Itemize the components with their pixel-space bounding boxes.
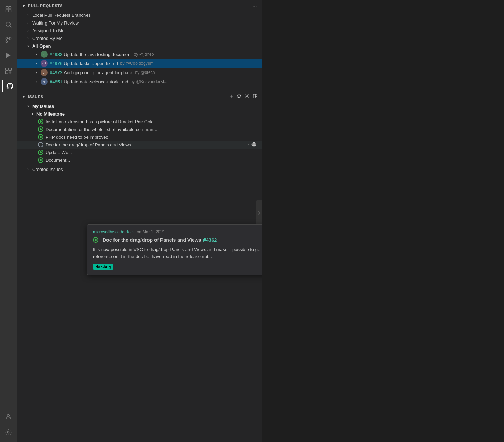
issues-layout-button[interactable] bbox=[253, 94, 258, 100]
issue-4362-title: Doc for the drag/drop of Panels and View… bbox=[46, 142, 131, 147]
sidebar-item-all-open[interactable]: All Open bbox=[17, 42, 262, 50]
created-by-me-label: Created By Me bbox=[32, 36, 63, 41]
svg-marker-9 bbox=[6, 53, 11, 58]
pr-4973-title: Add gpg config for agent loopback bbox=[64, 70, 133, 75]
svg-rect-10 bbox=[6, 68, 8, 71]
issue-4422[interactable]: Update Wo... bbox=[17, 149, 262, 156]
created-issues-label: Created Issues bbox=[32, 167, 63, 172]
assigned-to-me-chevron bbox=[25, 28, 31, 33]
tooltip-repo-date: on Mar 1, 2021 bbox=[137, 229, 165, 234]
issue-2409-title: Document... bbox=[46, 158, 70, 163]
pr-4976-avatar: cd bbox=[41, 60, 48, 67]
issue-4800[interactable]: PHP docs need to be improved bbox=[17, 133, 262, 141]
waiting-review-chevron bbox=[25, 20, 31, 26]
issue-4800-title: PHP docs need to be improved bbox=[46, 134, 109, 140]
pr-4983-chevron bbox=[34, 51, 39, 57]
search-icon[interactable] bbox=[2, 18, 15, 31]
issue-4422-title: Update Wo... bbox=[46, 150, 72, 155]
issue-4362-globe-button[interactable] bbox=[251, 142, 256, 148]
pr-4983-title: Update the java testing document bbox=[64, 52, 132, 57]
pr-item-4973[interactable]: dl #4973 Add gpg config for agent loopba… bbox=[17, 68, 262, 77]
issue-4362[interactable]: Doc for the drag/drop of Panels and View… bbox=[17, 141, 262, 149]
pr-4851-avatar-img: kr bbox=[41, 78, 48, 85]
pull-requests-header: PULL REQUESTS ... bbox=[17, 0, 262, 11]
all-open-chevron bbox=[25, 43, 31, 49]
resize-handle[interactable]: › bbox=[256, 200, 262, 224]
svg-point-8 bbox=[6, 41, 8, 43]
svg-rect-3 bbox=[9, 9, 11, 12]
pr-item-4851[interactable]: kr #4851 Update data-science-tutorial.md… bbox=[17, 77, 262, 86]
svg-rect-2 bbox=[6, 9, 8, 12]
svg-rect-12 bbox=[6, 71, 8, 74]
tooltip-issue-number[interactable]: #4362 bbox=[203, 237, 217, 243]
issues-settings-button[interactable] bbox=[244, 94, 250, 100]
issues-add-button[interactable]: + bbox=[230, 93, 234, 100]
pr-item-4983[interactable]: jd #4983 Update the java testing documen… bbox=[17, 50, 262, 59]
github-icon[interactable] bbox=[2, 80, 15, 92]
svg-rect-17 bbox=[255, 94, 257, 96]
extensions-icon[interactable] bbox=[2, 64, 15, 77]
sidebar-item-assigned-to-me[interactable]: Assigned To Me bbox=[17, 27, 262, 34]
no-milestone-chevron bbox=[29, 111, 35, 117]
issues-actions: + bbox=[230, 93, 258, 100]
tooltip-tag: doc-bug bbox=[93, 264, 262, 270]
issue-4422-open-icon bbox=[38, 150, 43, 155]
activity-bar-bottom bbox=[0, 410, 17, 442]
pr-item-4976[interactable]: cd #4976 Update tasks-appendix.md by @Co… bbox=[17, 59, 262, 68]
issues-title: ISSUES bbox=[28, 95, 43, 99]
created-issues-item[interactable]: Created Issues bbox=[17, 165, 262, 173]
issue-683[interactable]: Documentation for the whole list of avai… bbox=[17, 125, 262, 133]
settings-icon[interactable] bbox=[2, 426, 15, 438]
assigned-to-me-label: Assigned To Me bbox=[32, 28, 64, 33]
sidebar: PULL REQUESTS ... Local Pull Request Bra… bbox=[17, 0, 262, 442]
my-issues-item[interactable]: My Issues bbox=[17, 102, 262, 110]
issue-2409[interactable]: Document... bbox=[17, 156, 262, 164]
pr-4983-author: by @jdneo bbox=[134, 52, 154, 57]
pr-4851-author: by @KrisvanderM... bbox=[130, 79, 167, 84]
pr-4973-number: #4973 bbox=[50, 70, 62, 75]
pr-tree: Local Pull Request Branches Waiting For … bbox=[17, 11, 262, 88]
more-actions-button[interactable]: ... bbox=[252, 2, 258, 9]
pr-4983-avatar: jd bbox=[41, 51, 48, 58]
pr-4851-title: Update data-science-tutorial.md bbox=[64, 79, 128, 84]
waiting-review-label: Waiting For My Review bbox=[32, 20, 79, 26]
pull-requests-title: PULL REQUESTS bbox=[28, 4, 63, 8]
sidebar-item-local-pr-branches[interactable]: Local Pull Request Branches bbox=[17, 11, 262, 19]
local-pr-branches-chevron bbox=[25, 12, 31, 18]
issue-4362-open-button[interactable]: → bbox=[246, 142, 250, 147]
svg-rect-11 bbox=[9, 68, 12, 71]
issues-chevron[interactable] bbox=[21, 94, 27, 99]
issue-683-title: Documentation for the whole list of avai… bbox=[46, 127, 157, 132]
created-issues-chevron bbox=[25, 166, 31, 172]
issue-4821-title: Install an extension has a picture of Br… bbox=[46, 119, 157, 124]
pr-4976-author: by @Cooldogyum bbox=[120, 61, 154, 66]
activity-bar bbox=[0, 0, 17, 442]
tooltip-repo-link[interactable]: microsoft/vscode-docs bbox=[93, 229, 134, 234]
explorer-icon[interactable] bbox=[2, 3, 15, 15]
local-pr-branches-label: Local Pull Request Branches bbox=[32, 13, 91, 18]
run-debug-icon[interactable] bbox=[2, 49, 15, 62]
sidebar-item-waiting-for-review[interactable]: Waiting For My Review bbox=[17, 19, 262, 27]
svg-rect-0 bbox=[6, 7, 8, 9]
no-milestone-label: No Milestone bbox=[36, 111, 65, 117]
source-control-icon[interactable] bbox=[2, 34, 15, 46]
svg-point-6 bbox=[6, 37, 8, 39]
tooltip-doc-bug-tag[interactable]: doc-bug bbox=[93, 264, 113, 270]
account-icon[interactable] bbox=[2, 410, 15, 423]
pr-4973-avatar: dl bbox=[41, 69, 48, 76]
my-issues-chevron bbox=[25, 103, 31, 109]
pr-4976-chevron bbox=[34, 61, 39, 66]
pull-requests-chevron[interactable] bbox=[21, 3, 27, 8]
all-open-label: All Open bbox=[32, 43, 51, 49]
svg-point-13 bbox=[7, 414, 10, 417]
svg-point-4 bbox=[6, 22, 10, 26]
pr-4973-chevron bbox=[34, 70, 39, 75]
issue-683-open-icon bbox=[38, 126, 43, 132]
sidebar-item-created-by-me[interactable]: Created By Me bbox=[17, 34, 262, 42]
pr-4851-number: #4851 bbox=[50, 79, 62, 84]
issue-4821[interactable]: Install an extension has a picture of Br… bbox=[17, 118, 262, 125]
pr-4851-chevron bbox=[34, 79, 39, 84]
no-milestone-item[interactable]: No Milestone bbox=[17, 110, 262, 118]
issues-refresh-button[interactable] bbox=[236, 94, 242, 100]
my-issues-label: My Issues bbox=[32, 104, 54, 109]
